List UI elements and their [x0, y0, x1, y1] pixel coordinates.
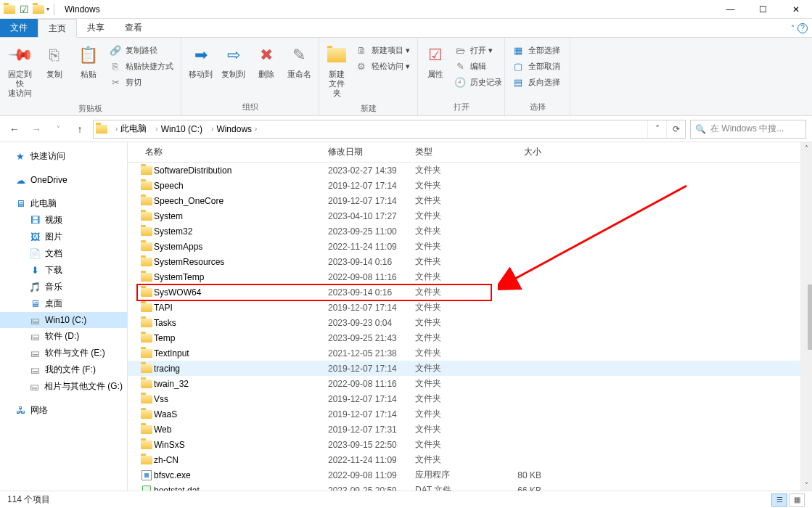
cut-button[interactable]: ✂剪切 [107, 75, 176, 89]
sidebar-documents[interactable]: 📄文档 [0, 245, 127, 262]
file-type: 文件夹 [409, 301, 489, 314]
new-item-icon: 🗎 [356, 44, 367, 56]
tab-file[interactable]: 文件 [0, 19, 38, 37]
scrollbar-thumb[interactable] [808, 284, 812, 350]
minimize-button[interactable]: — [714, 0, 747, 19]
file-row[interactable]: twain_322022-09-08 11:16文件夹 [128, 376, 812, 391]
pin-icon: 📌 [4, 38, 36, 71]
file-row[interactable]: Vss2019-12-07 17:14文件夹 [128, 391, 812, 406]
breadcrumb-root[interactable]: ›此电脑 [110, 123, 149, 135]
file-row[interactable]: zh-CN2022-11-24 11:09文件夹 [128, 452, 812, 467]
file-row[interactable]: SysWOW642023-09-14 0:16文件夹 [128, 284, 812, 300]
easy-access-button[interactable]: ⚙轻松访问 ▾ [353, 60, 413, 73]
col-type[interactable]: 类型 [409, 146, 489, 158]
rename-button[interactable]: ✎ 重命名 [284, 41, 314, 82]
tab-view[interactable]: 查看 [115, 19, 152, 37]
file-row[interactable]: Tasks2023-09-23 0:04文件夹 [128, 315, 812, 330]
file-row[interactable]: SystemApps2022-11-24 11:09文件夹 [128, 239, 812, 254]
edit-button[interactable]: ✎编辑 [451, 60, 505, 73]
history-button[interactable]: 🕘历史记录 [451, 75, 505, 89]
qat-new-folder-icon[interactable] [32, 3, 45, 16]
nav-forward-button[interactable]: → [28, 120, 45, 138]
file-row[interactable]: Temp2023-09-25 21:43文件夹 [128, 330, 812, 345]
view-thumbnails-button[interactable]: ▦ [789, 493, 805, 507]
breadcrumb-drive[interactable]: ›Win10 (C:) [149, 124, 205, 134]
sidebar-desktop[interactable]: 🖥桌面 [0, 295, 127, 312]
breadcrumb-folder[interactable]: ›Windows› [205, 124, 263, 134]
scroll-up-icon[interactable]: ˄ [800, 142, 812, 154]
sidebar-network[interactable]: 🖧网络 [0, 402, 127, 419]
file-date: 2023-09-25 20:59 [322, 486, 409, 491]
select-none-button[interactable]: ▢全部取消 [509, 60, 563, 73]
nav-up-button[interactable]: ↑ [71, 120, 89, 138]
file-row[interactable]: bootstat.dat2023-09-25 20:59DAT 文件66 KB [128, 483, 812, 491]
open-button[interactable]: 🗁打开 ▾ [451, 44, 505, 57]
folder-icon [139, 303, 154, 312]
sidebar-music[interactable]: 🎵音乐 [0, 279, 127, 295]
copy-button[interactable]: ⎘ 复制 [38, 41, 70, 82]
sidebar-quick-access[interactable]: ★快速访问 [0, 148, 127, 165]
help-icon[interactable]: ? [797, 23, 808, 33]
qat-dropdown-icon[interactable]: ▾ [46, 6, 49, 12]
file-name: Web [154, 425, 322, 435]
file-row[interactable]: TextInput2021-12-05 21:38文件夹 [128, 345, 812, 361]
sidebar-downloads[interactable]: ⬇下载 [0, 262, 127, 279]
file-row[interactable]: Speech2019-12-07 17:14文件夹 [128, 178, 812, 193]
file-row[interactable]: System2023-04-10 17:27文件夹 [128, 208, 812, 224]
refresh-button[interactable]: ⟳ [666, 120, 685, 138]
paste-shortcut-button[interactable]: ⎘粘贴快捷方式 [107, 60, 176, 73]
file-row[interactable]: WaaS2019-12-07 17:14文件夹 [128, 406, 812, 422]
file-row[interactable]: WinSxS2023-09-15 22:50文件夹 [128, 437, 812, 452]
tab-share[interactable]: 共享 [77, 19, 115, 37]
maximize-button[interactable]: ☐ [747, 0, 779, 19]
vertical-scrollbar[interactable]: ˄ ˅ [800, 142, 812, 491]
close-button[interactable]: ✕ [779, 0, 812, 19]
file-row[interactable]: SystemResources2023-09-14 0:16文件夹 [128, 254, 812, 269]
new-folder-button[interactable]: 新建 文件夹 [324, 41, 350, 102]
collapse-ribbon-icon[interactable]: ˄ [791, 24, 795, 32]
address-dropdown-button[interactable]: ˅ [647, 120, 666, 138]
sidebar-drive-c[interactable]: 🖴Win10 (C:) [0, 312, 127, 328]
address-bar[interactable]: ›此电脑 ›Win10 (C:) ›Windows› ˅ ⟳ [93, 120, 686, 139]
search-box[interactable]: 🔍 在 Windows 中搜... [690, 120, 806, 139]
nav-recent-dropdown[interactable]: ˅ [49, 120, 67, 138]
paste-button[interactable]: 📋 粘贴 [73, 41, 104, 82]
file-row[interactable]: SoftwareDistribution2023-02-27 14:39文件夹 [128, 163, 812, 178]
pin-to-quick-access-button[interactable]: 📌 固定到快 速访问 [4, 41, 36, 102]
folder-icon [139, 349, 154, 358]
sidebar-drive-e[interactable]: 🖴软件与文件 (E:) [0, 345, 127, 361]
nav-back-button[interactable]: ← [6, 120, 23, 138]
file-row[interactable]: bfsvc.exe2022-09-08 11:09应用程序80 KB [128, 467, 812, 483]
view-details-button[interactable]: ☰ [771, 493, 787, 507]
tab-home[interactable]: 主页 [38, 19, 77, 38]
sidebar-this-pc[interactable]: 🖥此电脑 [0, 195, 127, 212]
delete-button[interactable]: ✖ 删除 [252, 41, 282, 82]
col-size[interactable]: 大小 [489, 146, 547, 158]
select-all-button[interactable]: ▦全部选择 [509, 44, 563, 57]
col-name[interactable]: 名称 [139, 146, 322, 158]
label: 属性 [427, 70, 443, 79]
new-item-button[interactable]: 🗎新建项目 ▾ [353, 44, 413, 57]
file-row[interactable]: tracing2019-12-07 17:14文件夹 [128, 361, 812, 376]
move-to-icon: ➡ [189, 44, 213, 67]
copy-path-button[interactable]: 🔗复制路径 [107, 44, 176, 57]
file-row[interactable]: Web2019-12-07 17:31文件夹 [128, 422, 812, 437]
scroll-down-icon[interactable]: ˅ [800, 479, 812, 491]
file-row[interactable]: System322023-09-25 11:00文件夹 [128, 224, 812, 239]
sidebar-pictures[interactable]: 🖼图片 [0, 229, 127, 245]
sidebar-onedrive[interactable]: ☁OneDrive [0, 172, 127, 188]
sidebar-drive-g[interactable]: 🖴相片与其他文件 (G:) [0, 378, 127, 395]
sidebar-drive-d[interactable]: 🖴软件 (D:) [0, 328, 127, 345]
col-date[interactable]: 修改日期 [322, 146, 409, 158]
file-date: 2019-12-07 17:14 [322, 181, 409, 191]
copy-to-button[interactable]: ⇨ 复制到 [218, 41, 248, 82]
sidebar-drive-f[interactable]: 🖴我的文件 (F:) [0, 361, 127, 378]
qat-properties-icon[interactable]: ☑ [17, 3, 30, 16]
file-row[interactable]: SystemTemp2022-09-08 11:16文件夹 [128, 269, 812, 284]
move-to-button[interactable]: ➡ 移动到 [186, 41, 216, 82]
file-row[interactable]: Speech_OneCore2019-12-07 17:14文件夹 [128, 193, 812, 208]
properties-button[interactable]: ☑ 属性 [422, 41, 448, 82]
sidebar-video[interactable]: 🎞视频 [0, 212, 127, 229]
invert-selection-button[interactable]: ▤反向选择 [509, 75, 563, 89]
file-row[interactable]: TAPI2019-12-07 17:14文件夹 [128, 300, 812, 315]
